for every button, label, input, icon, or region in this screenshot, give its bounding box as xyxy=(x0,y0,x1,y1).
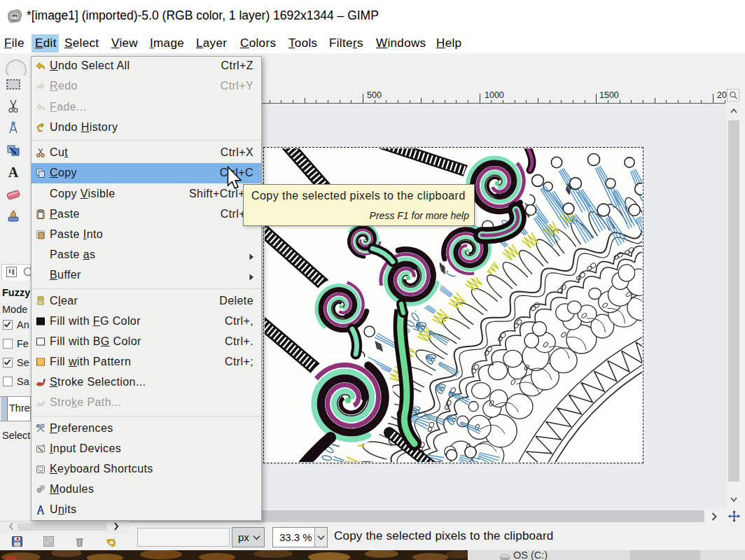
svg-text:A: A xyxy=(8,164,19,180)
